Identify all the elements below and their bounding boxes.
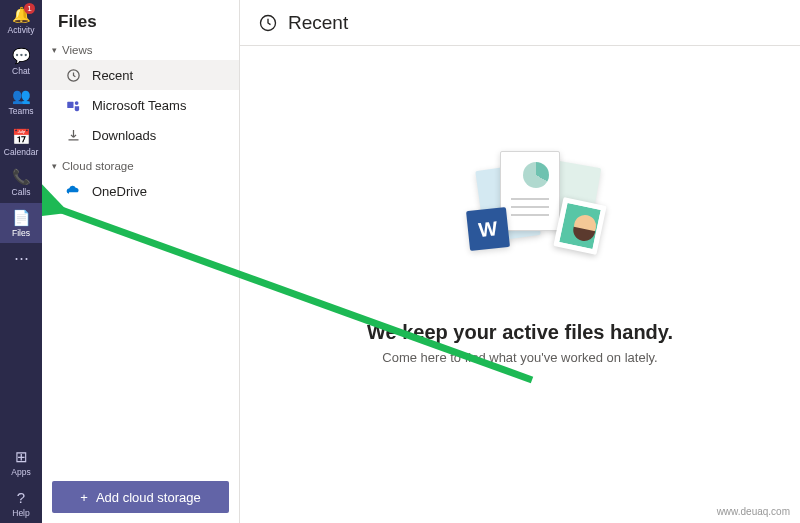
rail-item-calls[interactable]: 📞 Calls <box>0 162 42 203</box>
section-views: ▾ Views Recent Microsoft Teams Download <box>42 42 239 158</box>
rail-label: Teams <box>8 107 33 116</box>
svg-rect-1 <box>67 101 73 107</box>
files-sidebar: Files ▾ Views Recent Microsoft Teams <box>42 0 240 523</box>
calendar-icon: 📅 <box>12 128 30 146</box>
sidebar-item-downloads[interactable]: Downloads <box>42 120 239 150</box>
clock-icon <box>64 66 82 84</box>
rail-item-files[interactable]: 📄 Files <box>0 203 42 244</box>
section-cloud: ▾ Cloud storage OneDrive <box>42 158 239 214</box>
word-icon: W <box>466 207 510 251</box>
rail-item-apps[interactable]: ⊞ Apps <box>0 442 42 483</box>
rail-item-activity[interactable]: 🔔 1 Activity <box>0 0 42 41</box>
chevron-down-icon: ▾ <box>52 45 60 55</box>
empty-state: W We keep your active files handy. Come … <box>240 46 800 523</box>
sidebar-item-label: Microsoft Teams <box>92 98 186 113</box>
apps-icon: ⊞ <box>12 448 30 466</box>
chat-icon: 💬 <box>12 47 30 65</box>
sidebar-item-onedrive[interactable]: OneDrive <box>42 176 239 206</box>
sidebar-footer: + Add cloud storage <box>42 471 239 523</box>
page-title: Recent <box>288 12 348 34</box>
teams-icon: 👥 <box>12 87 30 105</box>
activity-badge: 1 <box>24 3 35 14</box>
rail-label: Activity <box>8 26 35 35</box>
rail-label: Calls <box>12 188 31 197</box>
rail-item-help[interactable]: ? Help <box>0 483 42 524</box>
download-icon <box>64 126 82 144</box>
onedrive-icon <box>64 182 82 200</box>
plus-icon: + <box>80 490 88 505</box>
empty-subtitle: Come here to find what you've worked on … <box>382 350 657 365</box>
section-head-views[interactable]: ▾ Views <box>42 42 239 60</box>
section-label: Views <box>62 44 92 56</box>
main-header: Recent <box>240 0 800 46</box>
clock-icon <box>258 13 278 33</box>
sidebar-item-label: Recent <box>92 68 133 83</box>
teams-logo-icon <box>64 96 82 114</box>
empty-illustration: W <box>420 145 620 295</box>
app-root: 🔔 1 Activity 💬 Chat 👥 Teams 📅 Calendar 📞… <box>0 0 800 523</box>
rail-label: Calendar <box>4 148 39 157</box>
add-cloud-storage-button[interactable]: + Add cloud storage <box>52 481 229 513</box>
sidebar-item-label: OneDrive <box>92 184 147 199</box>
svg-point-2 <box>74 101 78 105</box>
sidebar-item-recent[interactable]: Recent <box>42 60 239 90</box>
doc-illustration <box>500 151 560 231</box>
files-icon: 📄 <box>12 209 30 227</box>
more-icon: ⋯ <box>12 249 30 267</box>
section-label: Cloud storage <box>62 160 134 172</box>
photo-illustration <box>553 196 606 254</box>
sidebar-item-teams[interactable]: Microsoft Teams <box>42 90 239 120</box>
chevron-down-icon: ▾ <box>52 161 60 171</box>
section-head-cloud[interactable]: ▾ Cloud storage <box>42 158 239 176</box>
app-rail: 🔔 1 Activity 💬 Chat 👥 Teams 📅 Calendar 📞… <box>0 0 42 523</box>
rail-label: Files <box>12 229 30 238</box>
rail-label: Apps <box>11 468 30 477</box>
main-pane: Recent W We keep your active files handy… <box>240 0 800 523</box>
rail-item-chat[interactable]: 💬 Chat <box>0 41 42 82</box>
watermark: www.deuaq.com <box>717 506 790 517</box>
add-button-label: Add cloud storage <box>96 490 201 505</box>
help-icon: ? <box>12 489 30 507</box>
calls-icon: 📞 <box>12 168 30 186</box>
rail-label: Chat <box>12 67 30 76</box>
sidebar-title: Files <box>42 0 239 42</box>
rail-label: Help <box>12 509 29 518</box>
rail-item-calendar[interactable]: 📅 Calendar <box>0 122 42 163</box>
rail-item-teams[interactable]: 👥 Teams <box>0 81 42 122</box>
rail-item-more[interactable]: ⋯ <box>0 243 42 273</box>
empty-title: We keep your active files handy. <box>367 321 673 344</box>
sidebar-item-label: Downloads <box>92 128 156 143</box>
